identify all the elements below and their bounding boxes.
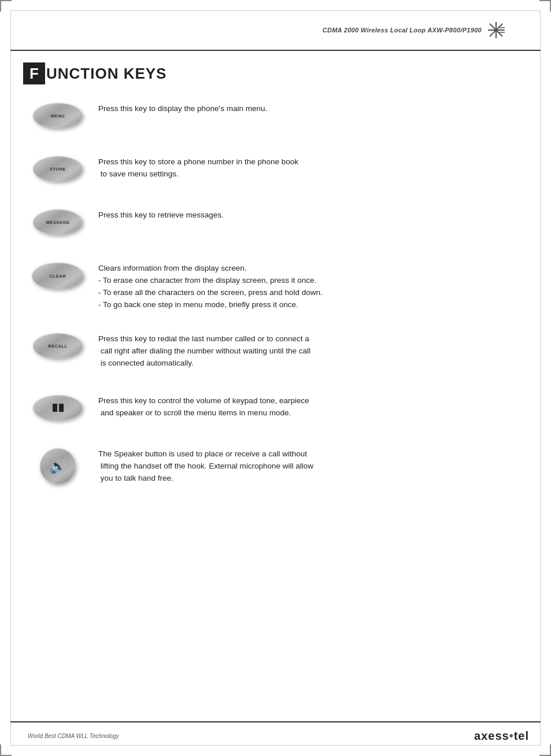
clear-key-description: Clears information from the display scre… xyxy=(93,260,528,311)
message-key-description: Press this key to retrieve messages. xyxy=(93,207,528,222)
speaker-key-icon-area: 🔊 xyxy=(23,446,93,484)
volume-oval-key[interactable] xyxy=(33,395,83,421)
key-row-recall: RECALL Press this key to redial the last… xyxy=(23,331,528,380)
main-content: F UNCTION KEYS MENU Press this key to di… xyxy=(23,51,528,721)
axesstel-logo-icon xyxy=(486,20,506,40)
recall-key-icon-area: RECALL xyxy=(23,331,93,359)
speaker-circle-key[interactable]: 🔊 xyxy=(40,448,76,484)
volume-key-description: Press this key to control the volume of … xyxy=(93,393,528,419)
store-key-description: Press this key to store a phone number i… xyxy=(93,154,528,180)
header-title: CDMA 2000 Wireless Local Loop AXW-P800/P… xyxy=(323,27,482,34)
speaker-key-button[interactable]: 🔊 xyxy=(40,448,76,484)
volume-bars-icon xyxy=(53,404,64,412)
key-row-speaker: 🔊 The Speaker button is used to place or… xyxy=(23,446,528,492)
store-oval-key[interactable]: STORE xyxy=(33,156,83,182)
key-row-clear: CLEAR Clears information from the displa… xyxy=(23,260,528,318)
recall-key-description: Press this key to redial the last number… xyxy=(93,331,528,370)
message-key-label: MESSAGE xyxy=(46,220,69,225)
clear-key-button[interactable]: CLEAR xyxy=(32,263,84,289)
page-title: UNCTION KEYS xyxy=(46,65,167,83)
key-row-message: MESSAGE Press this key to retrieve messa… xyxy=(23,207,528,248)
speaker-key-description: The Speaker button is used to place or r… xyxy=(93,446,528,485)
volume-key-icon-area xyxy=(23,393,93,421)
store-key-label: STORE xyxy=(50,167,66,172)
menu-key-icon-area: MENU xyxy=(23,101,93,128)
store-key-icon-area: STORE xyxy=(23,154,93,182)
volume-key-button[interactable] xyxy=(33,395,83,421)
key-row-store: STORE Press this key to store a phone nu… xyxy=(23,154,528,194)
message-key-icon-area: MESSAGE xyxy=(23,207,93,235)
key-row-volume: Press this key to control the volume of … xyxy=(23,393,528,433)
menu-oval-key[interactable]: MENU xyxy=(33,103,83,128)
page-footer: World Best CDMA WLL Technology axess•tel xyxy=(10,721,541,746)
corner-mark-br xyxy=(539,744,551,756)
store-key-button[interactable]: STORE xyxy=(33,156,83,182)
footer-tagline: World Best CDMA WLL Technology xyxy=(28,733,119,739)
vol-bar-2 xyxy=(59,404,64,412)
speaker-icon: 🔊 xyxy=(49,458,66,474)
recall-key-button[interactable]: RECALL xyxy=(33,333,83,359)
recall-oval-key[interactable]: RECALL xyxy=(33,333,83,359)
clear-oval-key[interactable]: CLEAR xyxy=(32,263,84,289)
corner-mark-bl xyxy=(0,744,12,756)
clear-key-label: CLEAR xyxy=(50,274,66,279)
recall-key-label: RECALL xyxy=(48,344,67,349)
menu-key-button[interactable]: MENU xyxy=(33,103,83,128)
key-row-menu: MENU Press this key to display the phone… xyxy=(23,101,528,141)
page-title-area: F UNCTION KEYS xyxy=(23,62,528,84)
f-letter-box: F xyxy=(23,62,45,84)
menu-key-description: Press this key to display the phone's ma… xyxy=(93,101,528,115)
corner-mark-tl xyxy=(0,0,12,12)
clear-key-icon-area: CLEAR xyxy=(23,260,93,289)
vol-bar-1 xyxy=(53,404,57,412)
page-header: CDMA 2000 Wireless Local Loop AXW-P800/P… xyxy=(10,10,541,51)
footer-brand: axess•tel xyxy=(474,729,529,743)
corner-mark-tr xyxy=(539,0,551,12)
message-oval-key[interactable]: MESSAGE xyxy=(33,209,83,235)
menu-key-label: MENU xyxy=(51,113,65,119)
message-key-button[interactable]: MESSAGE xyxy=(33,209,83,235)
